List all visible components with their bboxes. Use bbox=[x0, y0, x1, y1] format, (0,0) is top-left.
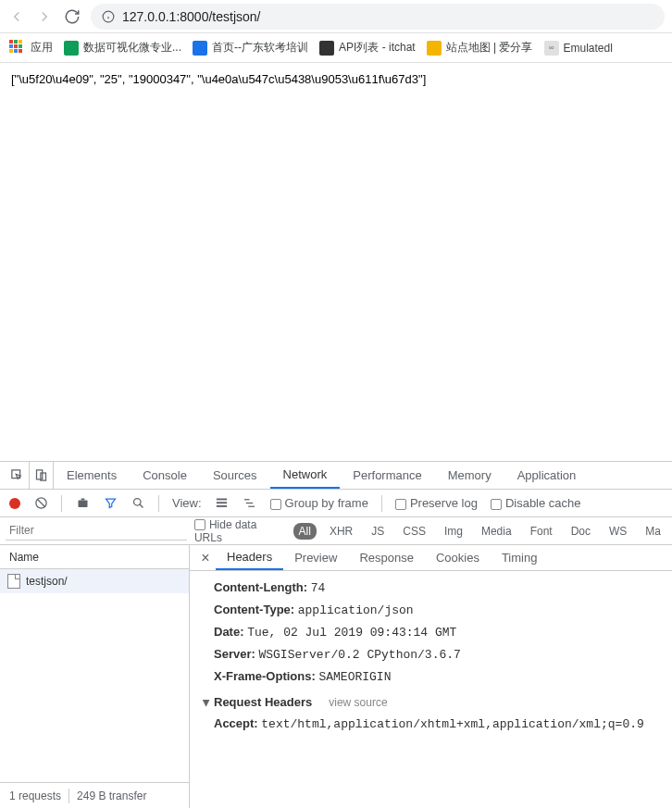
inspect-element-icon[interactable] bbox=[6, 462, 30, 489]
svg-rect-14 bbox=[217, 505, 227, 507]
apps-grid-icon bbox=[9, 40, 26, 56]
favicon-icon: ∞ bbox=[544, 41, 559, 56]
apps-button[interactable]: 应用 bbox=[9, 40, 53, 56]
devtools-tabs: Elements Console Sources Network Perform… bbox=[0, 462, 672, 490]
waterfall-icon[interactable] bbox=[243, 496, 257, 511]
request-headers-section[interactable]: ▶Request Headersview source bbox=[203, 688, 659, 713]
json-output: ["\u5f20\u4e09", "25", "19000347", "\u4e… bbox=[11, 72, 426, 86]
filter-input[interactable] bbox=[6, 522, 187, 541]
filter-type-img[interactable]: Img bbox=[439, 523, 468, 540]
close-detail-button[interactable]: × bbox=[195, 550, 216, 566]
network-toolbar: View: Group by frame Preserve log Disabl… bbox=[0, 490, 672, 517]
page-content: ["\u5f20\u4e09", "25", "19000347", "\u4e… bbox=[0, 63, 672, 461]
filter-toggle-icon[interactable] bbox=[103, 496, 118, 511]
url-text: 127.0.0.1:8000/testjson/ bbox=[122, 9, 260, 24]
requests-count: 1 requests bbox=[9, 789, 61, 802]
detail-tabs: × Headers Preview Response Cookies Timin… bbox=[190, 545, 672, 571]
request-row[interactable]: testjson/ bbox=[0, 569, 189, 593]
hide-data-urls-checkbox[interactable]: Hide data URLs bbox=[194, 518, 286, 544]
file-icon bbox=[7, 574, 20, 589]
header-row: X-Frame-Options: SAMEORIGIN bbox=[203, 665, 659, 688]
svg-line-7 bbox=[37, 500, 44, 507]
header-row: Server: WSGIServer/0.2 CPython/3.6.7 bbox=[203, 643, 659, 665]
back-button[interactable] bbox=[7, 7, 26, 26]
tab-network[interactable]: Network bbox=[270, 462, 341, 489]
reload-button[interactable] bbox=[63, 7, 81, 26]
filter-type-media[interactable]: Media bbox=[476, 523, 517, 540]
address-bar[interactable]: 127.0.0.1:8000/testjson/ bbox=[91, 4, 665, 30]
device-toolbar-icon[interactable] bbox=[30, 462, 54, 489]
header-row: Date: Tue, 02 Jul 2019 09:43:14 GMT bbox=[203, 621, 659, 643]
record-button[interactable] bbox=[9, 498, 20, 509]
tab-performance[interactable]: Performance bbox=[340, 462, 434, 489]
filter-type-xhr[interactable]: XHR bbox=[324, 523, 358, 540]
view-label: View: bbox=[172, 496, 202, 510]
transfer-size: 249 B transfer bbox=[77, 789, 146, 802]
bookmark-label: API列表 - itchat bbox=[339, 40, 416, 56]
clear-button[interactable] bbox=[33, 496, 48, 511]
bookmark-label: 首页--广东软考培训 bbox=[212, 40, 308, 56]
capture-screenshot-icon[interactable] bbox=[75, 496, 90, 511]
bookmark-item[interactable]: 数据可视化微专业... bbox=[64, 40, 181, 56]
filter-type-css[interactable]: CSS bbox=[397, 523, 431, 540]
forward-button[interactable] bbox=[35, 7, 54, 26]
request-list: Name testjson/ 1 requests 249 B transfer bbox=[0, 545, 190, 808]
favicon-icon bbox=[427, 41, 442, 56]
disable-cache-checkbox[interactable]: Disable cache bbox=[491, 496, 581, 510]
request-name: testjson/ bbox=[26, 575, 68, 588]
svg-line-11 bbox=[139, 504, 143, 508]
favicon-icon bbox=[193, 41, 207, 56]
tab-elements[interactable]: Elements bbox=[54, 462, 130, 489]
filter-type-manifest[interactable]: Ma bbox=[640, 523, 666, 540]
group-by-frame-checkbox[interactable]: Group by frame bbox=[270, 496, 368, 510]
tab-memory[interactable]: Memory bbox=[435, 462, 504, 489]
apps-label: 应用 bbox=[31, 40, 53, 56]
filter-type-ws[interactable]: WS bbox=[604, 523, 632, 540]
devtools-panel: Elements Console Sources Network Perform… bbox=[0, 461, 672, 808]
large-rows-icon[interactable] bbox=[215, 496, 230, 511]
detail-tab-timing[interactable]: Timing bbox=[491, 545, 549, 570]
search-icon[interactable] bbox=[131, 496, 145, 511]
tab-console[interactable]: Console bbox=[130, 462, 200, 489]
tab-application[interactable]: Application bbox=[504, 462, 590, 489]
bookmarks-bar: 应用 数据可视化微专业... 首页--广东软考培训 API列表 - itchat… bbox=[0, 33, 672, 63]
favicon-icon bbox=[319, 41, 334, 56]
svg-rect-4 bbox=[37, 470, 43, 479]
svg-rect-8 bbox=[78, 500, 87, 507]
view-source-link[interactable]: view source bbox=[329, 696, 387, 709]
filter-type-js[interactable]: JS bbox=[366, 523, 390, 540]
tab-sources[interactable]: Sources bbox=[200, 462, 270, 489]
network-status-bar: 1 requests 249 B transfer bbox=[0, 782, 189, 808]
triangle-icon: ▶ bbox=[202, 700, 212, 707]
detail-tab-response[interactable]: Response bbox=[348, 545, 425, 570]
browser-toolbar: 127.0.0.1:8000/testjson/ bbox=[0, 0, 672, 33]
bookmark-label: 站点地图 | 爱分享 bbox=[446, 40, 533, 56]
header-row: Content-Length: 74 bbox=[203, 577, 659, 599]
bookmark-label: 数据可视化微专业... bbox=[83, 40, 181, 56]
bookmark-item[interactable]: 首页--广东软考培训 bbox=[193, 40, 308, 56]
svg-rect-9 bbox=[81, 499, 84, 501]
detail-tab-preview[interactable]: Preview bbox=[283, 545, 348, 570]
request-detail: × Headers Preview Response Cookies Timin… bbox=[190, 545, 672, 808]
bookmark-item[interactable]: ∞Emulatedl bbox=[544, 41, 613, 56]
bookmark-item[interactable]: 站点地图 | 爱分享 bbox=[427, 40, 533, 56]
bookmark-label: Emulatedl bbox=[564, 42, 613, 55]
header-row: Accept: text/html,application/xhtml+xml,… bbox=[203, 713, 659, 735]
filter-type-all[interactable]: All bbox=[293, 523, 317, 540]
filter-type-doc[interactable]: Doc bbox=[566, 523, 596, 540]
svg-rect-13 bbox=[217, 502, 227, 503]
name-column-header[interactable]: Name bbox=[0, 545, 189, 569]
filter-type-font[interactable]: Font bbox=[525, 523, 558, 540]
header-row: Content-Type: application/json bbox=[203, 599, 659, 621]
network-filter-row: Hide data URLs All XHR JS CSS Img Media … bbox=[0, 517, 672, 545]
svg-rect-12 bbox=[217, 499, 227, 501]
bookmark-item[interactable]: API列表 - itchat bbox=[319, 40, 416, 56]
preserve-log-checkbox[interactable]: Preserve log bbox=[395, 496, 478, 510]
detail-tab-cookies[interactable]: Cookies bbox=[425, 545, 491, 570]
network-body: Name testjson/ 1 requests 249 B transfer… bbox=[0, 545, 672, 808]
detail-tab-headers[interactable]: Headers bbox=[216, 545, 283, 570]
headers-body: Content-Length: 74 Content-Type: applica… bbox=[190, 571, 672, 808]
info-icon bbox=[102, 10, 115, 23]
favicon-icon bbox=[64, 41, 79, 56]
